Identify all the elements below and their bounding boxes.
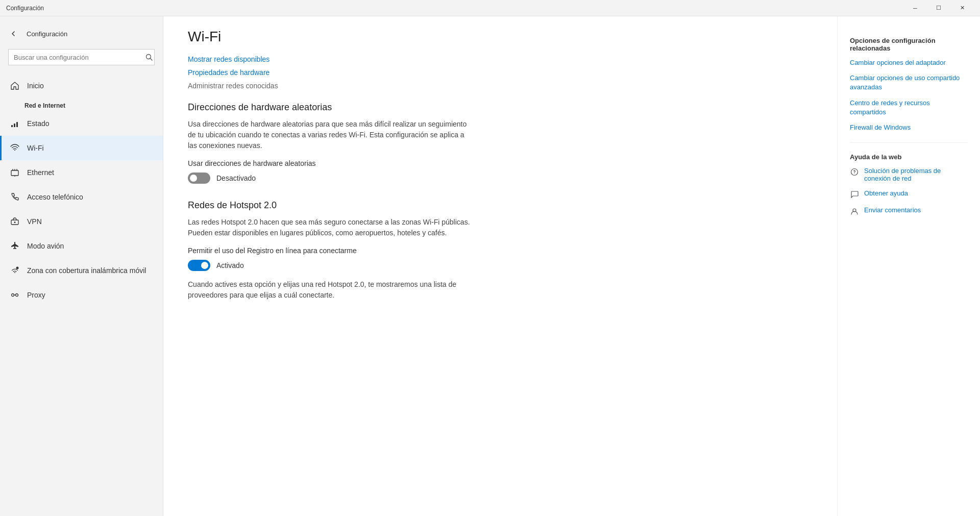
svg-rect-3 (14, 124, 15, 127)
search-box (8, 49, 155, 65)
feedback-icon (850, 207, 859, 216)
help-link-troubleshoot[interactable]: Solución de problemas de conexión de red (864, 167, 968, 182)
svg-point-13 (12, 294, 14, 297)
svg-rect-5 (11, 170, 18, 176)
section1-toggle-knob (190, 175, 197, 182)
section1-desc: Usa direcciones de hardware aleatorias p… (188, 119, 474, 151)
section2-toggle-knob (201, 262, 208, 269)
search-icon-button[interactable] (145, 54, 153, 61)
sidebar-item-estado[interactable]: Estado (0, 111, 163, 136)
manage-networks-text: Administrar redes conocidas (188, 82, 813, 90)
main-content: Wi-Fi Mostrar redes disponibles Propieda… (163, 16, 837, 516)
section1: Direcciones de hardware aleatorias Usa d… (188, 102, 813, 184)
wifi-icon (10, 143, 20, 153)
svg-rect-2 (11, 125, 13, 127)
maximize-button[interactable]: ☐ (927, 0, 950, 16)
section2-toggle-label: Permitir el uso del Registro en línea pa… (188, 247, 813, 255)
help-item-obtener[interactable]: Obtener ayuda (850, 189, 968, 199)
svg-point-14 (16, 294, 18, 297)
sidebar-item-label-acceso: Acceso telefónico (27, 193, 83, 201)
sidebar-item-label-ethernet: Ethernet (27, 168, 54, 177)
sidebar-item-ethernet[interactable]: Ethernet (0, 160, 163, 185)
svg-line-1 (151, 59, 153, 61)
sidebar-item-zona[interactable]: Zona con cobertura inalámbrica móvil (0, 258, 163, 283)
sidebar-item-label-avion: Modo avión (27, 242, 64, 250)
section2-title: Redes de Hotspot 2.0 (188, 200, 813, 211)
section1-toggle-row: Desactivado (188, 173, 813, 184)
section1-toggle-label: Usar direcciones de hardware aleatorias (188, 159, 813, 167)
help-item-troubleshoot[interactable]: Solución de problemas de conexión de red (850, 167, 968, 182)
page-title: Wi-Fi (188, 29, 813, 45)
airplane-icon (10, 241, 20, 251)
svg-point-11 (14, 222, 16, 223)
sidebar-item-wifi[interactable]: Wi-Fi (0, 136, 163, 160)
right-link-adapter[interactable]: Cambiar opciones del adaptador (850, 58, 968, 67)
estado-icon (10, 118, 20, 129)
sidebar-app-title: Configuración (27, 30, 67, 38)
section2-toggle[interactable] (188, 260, 210, 271)
titlebar-title: Configuración (6, 5, 903, 12)
hotspot-icon (10, 265, 20, 276)
right-config-title: Opciones de configuración relacionadas (850, 37, 968, 52)
svg-point-12 (16, 267, 19, 269)
hardware-props-link[interactable]: Propiedades de hardware (188, 68, 813, 77)
right-link-firewall[interactable]: Firewall de Windows (850, 123, 968, 132)
help-item-enviar[interactable]: Enviar comentarios (850, 206, 968, 216)
right-link-sharing[interactable]: Cambiar opciones de uso compartido avanz… (850, 73, 968, 92)
sidebar-item-vpn[interactable]: VPN (0, 209, 163, 234)
show-networks-link[interactable]: Mostrar redes disponibles (188, 55, 813, 63)
right-divider (850, 142, 968, 143)
sidebar-item-label-vpn: VPN (27, 217, 42, 226)
proxy-icon (10, 290, 20, 300)
sidebar-item-label-proxy: Proxy (27, 291, 45, 299)
home-icon (10, 81, 20, 91)
back-button[interactable] (4, 24, 22, 43)
right-panel: Opciones de configuración relacionadas C… (837, 16, 980, 516)
sidebar-item-label-zona: Zona con cobertura inalámbrica móvil (27, 266, 146, 275)
help-link-obtener[interactable]: Obtener ayuda (864, 189, 908, 197)
section1-toggle[interactable] (188, 173, 210, 184)
sidebar-item-label-estado: Estado (27, 119, 50, 128)
titlebar: Configuración ─ ☐ ✕ (0, 0, 980, 16)
help-link-enviar[interactable]: Enviar comentarios (864, 206, 921, 214)
section1-toggle-state: Desactivado (216, 174, 256, 182)
svg-rect-4 (16, 122, 18, 127)
close-button[interactable]: ✕ (950, 0, 974, 16)
section2: Redes de Hotspot 2.0 Las redes Hotspot 2… (188, 200, 813, 301)
sidebar-item-label-inicio: Inicio (27, 82, 44, 90)
svg-point-17 (854, 174, 854, 174)
ethernet-icon (10, 167, 20, 178)
troubleshoot-icon (850, 167, 859, 177)
section2-toggle-row: Activado (188, 260, 813, 271)
section2-note: Cuando actives esta opción y elijas una … (188, 279, 474, 301)
sidebar-item-avion[interactable]: Modo avión (0, 234, 163, 258)
phone-icon (10, 192, 20, 202)
sidebar-item-inicio[interactable]: Inicio (0, 73, 163, 98)
search-input[interactable] (8, 49, 155, 65)
sidebar-item-proxy[interactable]: Proxy (0, 283, 163, 307)
sidebar-top: Configuración (0, 20, 163, 47)
section2-toggle-state: Activado (216, 261, 244, 269)
chat-icon (850, 190, 859, 199)
right-help-title: Ayuda de la web (850, 153, 968, 161)
section2-desc: Las redes Hotspot 2.0 hacen que sea más … (188, 217, 474, 238)
titlebar-controls: ─ ☐ ✕ (903, 0, 974, 16)
sidebar-section-label: Red e Internet (0, 98, 163, 111)
right-link-centro[interactable]: Centro de redes y recursos compartidos (850, 99, 968, 117)
vpn-icon (10, 216, 20, 227)
section1-title: Direcciones de hardware aleatorias (188, 102, 813, 113)
sidebar-item-acceso[interactable]: Acceso telefónico (0, 185, 163, 209)
sidebar-item-label-wifi: Wi-Fi (27, 144, 44, 152)
minimize-button[interactable]: ─ (903, 0, 927, 16)
sidebar: Configuración Inicio Red e Internet (0, 16, 163, 516)
app-container: Configuración Inicio Red e Internet (0, 16, 980, 516)
